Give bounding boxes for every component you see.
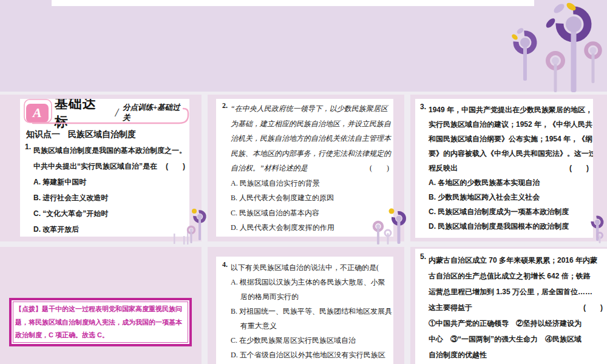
question-2: 2. “在中央人民政府统一领导下，以少数民族聚居区 为基础，建立相应的民族自治地… — [222, 101, 391, 235]
answer-bracket: ( ) — [166, 158, 185, 174]
question-3-stem-text: 程反映出 — [429, 161, 458, 175]
question-5-number: 5. — [420, 252, 426, 261]
question-5-stem-line: 运营总里程已增加到 1.35 万公里，居全国首位…… — [429, 284, 605, 300]
top-white-strip — [52, 0, 534, 6]
section-title: 基础达标 — [55, 99, 110, 131]
hint-line: 题，将民族区域自治制度纳入宪法，成为我国的一项基本 — [15, 316, 186, 329]
question-1-stem-line: 民族区域自治制度是我国的基本政治制度之一。 — [33, 143, 187, 158]
question-5-choice-line: 自治制度的优越性 — [429, 347, 605, 363]
grade-a-badge: A — [26, 104, 49, 123]
question-2-stem-line: 自治权。”材料论述的是 ( ) — [231, 161, 391, 176]
question-5-choice-line: ①中国共产党的正确领导 ②坚持以经济建设为 — [429, 315, 605, 331]
question-1-stem-text: 中共中央提出“实行民族区域自治”是在 — [33, 158, 157, 174]
hint-box: 【点拨】题干中的这一过程表明党和国家高度重视民族问 题，将民族区域自治制度纳入宪… — [9, 298, 192, 346]
question-1-option-d: D. 改革开放后 — [33, 221, 187, 237]
slash-divider: / — [115, 106, 118, 120]
question-1-option-a: A. 筹建新中国时 — [33, 174, 187, 190]
question-5-stem-line: 古自治区的生产总值比成立之初增长 642 倍；铁路 — [429, 268, 605, 284]
question-2-stem-line: 民族、本地区的内部事务，行使宪法和法律规定的 — [231, 146, 391, 161]
question-3-option-a: A. 各地区的少数民族基本实现自治 — [429, 175, 591, 190]
question-3-stem-line: 和国民族区域自治纲要》公布实施；1954 年，《纲 — [429, 132, 591, 146]
question-2-option-c: C. 民族区域自治的基本内容 — [231, 206, 391, 221]
question-4-stem-text: 以下有关民族区域自治的说法中，不正确的是 — [231, 260, 376, 275]
question-3-option-b: B. 少数民族地区跨入社会主义社会 — [429, 190, 591, 204]
section-subtitle: 分点训练+基础过关 — [123, 103, 187, 123]
question-3-stem-line: 要》的内容被载入《中华人民共和国宪法》。这一过 — [429, 146, 591, 161]
section-header: A 基础达标 / 分点训练+基础过关 — [25, 99, 187, 125]
question-3-stem-line: 实行民族区域自治的建议；1952 年，《中华人民共 — [429, 117, 591, 132]
hint-line: 【点拨】题干中的这一过程表明党和国家高度重视民族问 — [15, 303, 186, 316]
question-5: 5. 内蒙古自治区成立 70 多年来硕果累累；2016 年内蒙 古自治区的生产总… — [420, 252, 605, 363]
question-5-stem-text: 这主要得益于 — [429, 300, 472, 315]
answer-bracket: ( ) — [376, 260, 393, 275]
question-4-stem-line: 以下有关民族区域自治的说法中，不正确的是 ( ) — [231, 260, 391, 275]
question-3-stem-line: 程反映出 ( ) — [429, 161, 591, 175]
question-1: 1. 民族区域自治制度是我国的基本政治制度之一。 中共中央提出“实行民族区域自治… — [25, 143, 187, 237]
question-4: 4. 以下有关民族区域自治的说法中，不正确的是 ( ) A. 根据我国以汉族为主… — [222, 260, 391, 362]
question-5-choice-line: 中心 ③“一国两制”的强大生命力 ④民族区域 — [429, 331, 605, 347]
question-3-number: 3. — [420, 103, 426, 111]
panel-q2: 2. “在中央人民政府统一领导下，以少数民族聚居区 为基础，建立相应的民族自治地… — [216, 99, 393, 237]
answer-bracket: ( ) — [583, 300, 603, 315]
question-4-number: 4. — [222, 260, 228, 269]
panel-q4: 4. 以下有关民族区域自治的说法中，不正确的是 ( ) A. 根据我国以汉族为主… — [216, 257, 393, 364]
badge-letter: A — [33, 105, 42, 121]
question-3-stem-line: 1949 年，中国共产党提出在少数民族聚居的地区， — [429, 103, 591, 117]
question-1-option-c: C. “文化大革命”开始时 — [33, 206, 187, 221]
question-2-stem-line: 治机关，民族自治地方的自治机关依法自主管理本 — [231, 131, 391, 146]
question-3-option-c: C. 民族区域自治制度成为一项基本政治制度 — [429, 204, 591, 219]
question-5-stem-line: 这主要得益于 ( ) — [429, 300, 605, 315]
question-2-number: 2. — [222, 101, 228, 110]
top-band — [0, 0, 607, 92]
question-4-option-d: D. 五个省级自治区以外其他地区没有实行民族区 — [231, 348, 391, 362]
panel-basics-q1: A 基础达标 / 分点训练+基础过关 知识点一民族区域自治制度 1. 民族区域自… — [20, 99, 189, 237]
question-4-option-b-cont: 有重大意义 — [231, 318, 391, 333]
panel-q3: 3. 1949 年，中国共产党提出在少数民族聚居的地区， 实行民族区域自治的建议… — [415, 99, 593, 238]
slide: A 基础达标 / 分点训练+基础过关 知识点一民族区域自治制度 1. 民族区域自… — [0, 0, 607, 364]
question-2-option-a: A. 民族区域自治实行的背景 — [231, 176, 391, 191]
question-2-stem-line: “在中央人民政府统一领导下，以少数民族聚居区 — [231, 101, 391, 116]
question-4-option-a-cont: 居的格局而实行的 — [231, 289, 391, 304]
question-4-option-c: C. 在少数民族聚居区实行民族区域自治 — [231, 333, 391, 348]
question-4-option-b: B. 对祖国统一、民族平等、民族团结和地区发展具 — [231, 304, 391, 318]
question-4-option-a: A. 根据我国以汉族为主体的各民族大散居、小聚 — [231, 275, 391, 289]
answer-bracket: ( ) — [569, 161, 589, 175]
question-3-option-d: D. 民族区域自治制度是我国根本的政治制度 — [429, 219, 591, 234]
question-2-stem-text: 自治权。”材料论述的是 — [231, 161, 308, 176]
question-3: 3. 1949 年，中国共产党提出在少数民族聚居的地区， 实行民族区域自治的建议… — [420, 103, 591, 234]
hint-line: 政治制度，C 项正确。故选 C。 — [15, 329, 186, 342]
answer-bracket: ( ) — [370, 161, 389, 176]
question-1-option-b: B. 进行社会主义改造时 — [33, 190, 187, 206]
question-2-stem-line: 为基础，建立相应的民族自治地区，并设立民族自 — [231, 116, 391, 132]
question-2-option-d: D. 人民代表大会制度发挥的作用 — [231, 220, 391, 235]
question-1-stem-line: 中共中央提出“实行民族区域自治”是在 ( ) — [33, 158, 187, 174]
question-5-stem-line: 内蒙古自治区成立 70 多年来硕果累累；2016 年内蒙 — [429, 252, 605, 268]
panel-q5: 5. 内蒙古自治区成立 70 多年来硕果累累；2016 年内蒙 古自治区的生产总… — [415, 249, 607, 364]
question-2-option-b: B. 人民代表大会制度建立的原因 — [231, 190, 391, 206]
question-1-number: 1. — [25, 143, 31, 151]
